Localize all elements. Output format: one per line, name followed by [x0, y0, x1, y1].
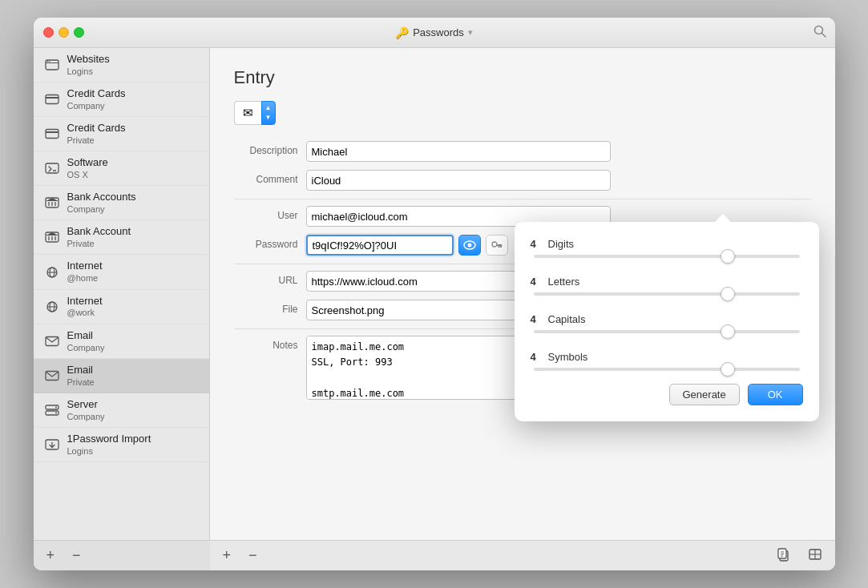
titlebar: 🔑 Passwords ▾ [34, 18, 835, 48]
digits-header: 4 Digits [531, 238, 803, 250]
sidebar-item-server-company[interactable]: ServerCompany [34, 393, 209, 428]
svg-point-32 [55, 406, 57, 408]
search-icon[interactable] [813, 24, 827, 42]
sidebar-item-title-4: Bank Accounts [67, 191, 136, 204]
sidebar-item-subtitle-5: Private [67, 239, 131, 249]
sidebar-item-subtitle-3: OS X [67, 170, 108, 180]
letters-header: 4 Letters [531, 276, 803, 288]
capitals-slider-thumb[interactable] [721, 324, 735, 339]
internet-icon [43, 265, 61, 280]
sidebar-item-title-9: Email [67, 364, 95, 377]
password-generator-popup: 4 Digits | 4 Letters [515, 222, 819, 421]
comment-label: Comment [234, 170, 306, 185]
capitals-slider-track[interactable] [534, 330, 800, 333]
maximize-button[interactable] [74, 27, 84, 38]
sidebar-item-credit-cards-company[interactable]: Credit CardsCompany [34, 83, 209, 117]
svg-rect-6 [46, 95, 59, 104]
sidebar-item-bank-account-private[interactable]: Bank AccountPrivate [34, 220, 209, 255]
symbols-label: Symbols [548, 351, 588, 363]
symbols-slider-thumb[interactable] [721, 362, 735, 377]
svg-rect-41 [498, 246, 499, 248]
sidebar-item-email-company[interactable]: EmailCompany [34, 324, 209, 359]
type-selector: ✉ ▲ ▼ [234, 101, 811, 125]
svg-line-1 [822, 33, 826, 37]
ok-button[interactable]: OK [748, 384, 803, 405]
sidebar-item-internet-home[interactable]: Internet@home [34, 255, 209, 289]
svg-rect-40 [500, 246, 502, 248]
letters-count: 4 [531, 276, 542, 288]
description-label: Description [234, 141, 306, 156]
sidebar-item-internet-work[interactable]: Internet@work [34, 290, 209, 324]
symbols-section: 4 Symbols [531, 351, 803, 371]
divider-1 [234, 199, 811, 199]
software-icon [43, 161, 61, 175]
bank-icon [43, 230, 61, 244]
svg-point-33 [55, 412, 57, 413]
traffic-lights [43, 27, 84, 38]
show-password-button[interactable] [458, 235, 481, 256]
sidebar: WebsitesLoginsCredit CardsCompanyCredit … [34, 48, 210, 570]
copy-button[interactable] [773, 546, 793, 566]
sidebar-item-title-0: Websites [67, 53, 110, 66]
password-input[interactable] [306, 235, 454, 256]
letters-label: Letters [548, 276, 580, 288]
capitals-header: 4 Capitals [531, 313, 803, 325]
svg-point-5 [48, 61, 50, 62]
letters-section: 4 Letters [531, 276, 803, 302]
capitals-count: 4 [531, 313, 542, 325]
symbols-slider-track[interactable] [534, 368, 800, 371]
generate-password-button[interactable] [486, 235, 508, 256]
user-label: User [234, 206, 306, 221]
generate-button[interactable]: Generate [669, 384, 740, 405]
sidebar-item-email-private[interactable]: EmailPrivate [34, 359, 209, 393]
sidebar-item-bank-accounts-company[interactable]: Bank AccountsCompany [34, 186, 209, 220]
sidebar-item-subtitle-2: Private [67, 135, 126, 146]
internet-icon [43, 300, 61, 314]
type-stepper[interactable]: ▲ ▼ [261, 101, 276, 125]
digits-slider-track[interactable]: | [534, 255, 800, 258]
email-icon [43, 334, 61, 348]
entry-title: Entry [234, 67, 811, 88]
digits-section: 4 Digits | [531, 238, 803, 264]
import-icon [43, 437, 61, 452]
sidebar-item-websites[interactable]: WebsitesLogins [34, 48, 209, 83]
svg-rect-8 [46, 130, 59, 139]
server-icon [43, 403, 61, 417]
comment-row: Comment [234, 170, 811, 191]
sidebar-footer: + − [34, 540, 210, 570]
add-entry-button[interactable]: + [220, 546, 235, 566]
password-label: Password [234, 235, 306, 250]
svg-point-4 [46, 61, 48, 62]
sidebar-item-title-8: Email [67, 329, 105, 343]
letters-slider-track[interactable] [534, 292, 800, 296]
type-icon: ✉ [234, 101, 261, 125]
letters-slider-thumb[interactable] [721, 287, 735, 301]
minimize-button[interactable] [59, 27, 69, 38]
sidebar-add-button[interactable]: + [43, 546, 59, 566]
sidebar-item-subtitle-9: Private [67, 377, 95, 388]
sidebar-item-1password-import[interactable]: 1Password ImportLogins [34, 428, 209, 462]
sidebar-item-title-2: Credit Cards [67, 122, 126, 135]
sidebar-remove-button[interactable]: − [69, 546, 84, 566]
card-icon [43, 127, 61, 141]
notes-label: Notes [234, 336, 306, 351]
svg-point-38 [492, 242, 497, 247]
sidebar-item-subtitle-6: @home [67, 273, 103, 284]
sidebar-item-subtitle-0: Logins [67, 66, 110, 77]
digits-label: Digits [548, 238, 575, 250]
sidebar-item-credit-cards-private[interactable]: Credit CardsPrivate [34, 117, 209, 151]
description-input[interactable] [306, 141, 611, 162]
remove-entry-button[interactable]: − [245, 546, 260, 566]
card-icon [43, 92, 61, 107]
close-button[interactable] [43, 27, 54, 38]
sidebar-item-title-1: Credit Cards [67, 87, 126, 101]
list-button[interactable] [805, 546, 826, 566]
title-text: Passwords [413, 26, 464, 38]
sidebar-item-title-3: Software [67, 156, 108, 170]
website-icon [43, 58, 61, 72]
comment-input[interactable] [306, 170, 611, 191]
symbols-count: 4 [531, 351, 542, 363]
sidebar-item-subtitle-8: Company [67, 343, 105, 353]
sidebar-item-title-10: Server [67, 398, 105, 412]
sidebar-item-software[interactable]: SoftwareOS X [34, 151, 209, 186]
